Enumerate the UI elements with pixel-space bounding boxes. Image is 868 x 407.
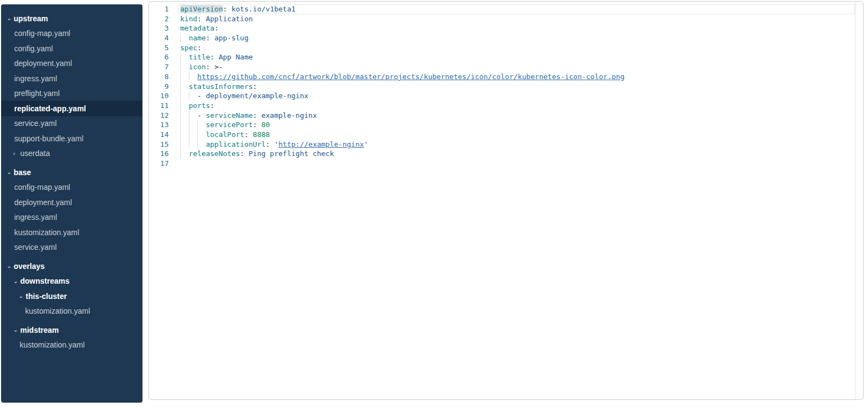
tree-file-deployment-yaml[interactable]: deployment.yaml [1, 56, 142, 71]
code-line[interactable]: 13 servicePort: 80 [149, 120, 855, 130]
tree-file-service-yaml[interactable]: service.yaml [1, 240, 142, 255]
code-link[interactable]: https://github.com/cncf/artwork/blob/mas… [197, 73, 625, 81]
tree-item-label: support-bundle.yaml [14, 134, 84, 143]
code-line-content: kind: Application [180, 14, 855, 24]
tree-file-ingress-yaml[interactable]: ingress.yaml [1, 71, 142, 86]
code-token: releaseNotes [189, 149, 240, 158]
code-line[interactable]: 8 https://github.com/cncf/artwork/blob/m… [149, 72, 855, 82]
tree-file-support-bundle-yaml[interactable]: support-bundle.yaml [1, 131, 142, 146]
tree-folder-upstream[interactable]: ⌄upstream [1, 11, 142, 26]
code-token: ports [189, 101, 210, 110]
line-number: 3 [149, 23, 169, 33]
tree-item-label: this-cluster [26, 292, 67, 301]
tree-folder-downstreams[interactable]: ⌄downstreams [1, 274, 142, 289]
code-token: statusInformers [189, 82, 253, 91]
code-line[interactable]: 14 localPort: 8888 [149, 130, 855, 140]
code-token: >- [215, 63, 223, 71]
tree-item-label: deployment.yaml [14, 59, 72, 68]
tree-file-ingress-yaml[interactable]: ingress.yaml [1, 210, 142, 225]
code-token: ' [364, 140, 368, 148]
code-line[interactable]: 11 ports: [149, 101, 855, 111]
code-line[interactable]: 9 statusInformers: [149, 82, 855, 92]
tree-folder-base[interactable]: ⌄base [1, 165, 142, 180]
tree-item-label: config-map.yaml [14, 183, 70, 191]
tree-folder-overlays[interactable]: ⌄overlays [1, 259, 142, 274]
line-number: 16 [149, 149, 169, 159]
code-line-content: - serviceName: example-nginx [180, 111, 855, 121]
code-editor-panel: 1apiVersion: kots.io/v1beta12kind: Appli… [148, 1, 864, 400]
tree-file-config-map-yaml[interactable]: config-map.yaml [1, 180, 142, 195]
code-token: : [253, 111, 261, 119]
code-token: : [244, 130, 253, 139]
tree-file-service-yaml[interactable]: service.yaml [1, 116, 142, 131]
tree-item-label: config-map.yaml [14, 29, 70, 38]
code-line[interactable]: 10 - deployment/example-nginx [149, 91, 855, 101]
code-line-content: icon: >- [180, 62, 855, 72]
tree-file-replicated-app-yaml[interactable]: replicated-app.yaml [1, 101, 142, 116]
tree-item-label: replicated-app.yaml [14, 104, 86, 113]
code-line[interactable]: 17 [149, 159, 855, 169]
code-link[interactable]: http://example-nginx [278, 140, 364, 148]
chevron-down-icon: ⌄ [13, 278, 20, 285]
tree-file-config-map-yaml[interactable]: config-map.yaml [1, 26, 142, 41]
line-number: 5 [149, 43, 169, 53]
tree-file-preflight-yaml[interactable]: preflight.yaml [1, 86, 142, 101]
tree-item-label: base [14, 168, 31, 177]
code-token [180, 149, 189, 158]
line-number: 9 [149, 82, 169, 92]
tree-file-deployment-yaml[interactable]: deployment.yaml [1, 195, 142, 210]
code-line[interactable]: 7 icon: >- [149, 62, 855, 72]
code-token: Application [206, 15, 253, 23]
code-editor[interactable]: 1apiVersion: kots.io/v1beta12kind: Appli… [149, 4, 855, 169]
chevron-down-icon: ⌄ [7, 169, 14, 176]
tree-folder-userdata[interactable]: ›userdata [1, 146, 142, 161]
code-token: App Name [218, 53, 253, 61]
tree-item-label: midstream [20, 326, 59, 334]
code-line-content: applicationUrl: 'http://example-nginx' [180, 140, 855, 149]
code-line[interactable]: 15 applicationUrl: 'http://example-nginx… [149, 140, 855, 149]
code-token: serviceName [206, 111, 253, 119]
line-number: 17 [149, 159, 169, 169]
chevron-down-icon: ⌄ [7, 262, 14, 270]
code-line-content: https://github.com/cncf/artwork/blob/mas… [180, 72, 855, 82]
tree-file-kustomization-yaml[interactable]: kustomization.yaml [1, 338, 142, 353]
code-token: : [215, 24, 219, 32]
code-line-content: name: app-slug [180, 33, 855, 43]
tree-file-kustomization-yaml[interactable]: kustomization.yaml [1, 304, 142, 319]
tree-file-config-yaml[interactable]: config.yaml [1, 41, 142, 56]
code-line[interactable]: 4 name: app-slug [149, 33, 855, 43]
code-line[interactable]: 6 title: App Name [149, 52, 855, 62]
code-line-content: releaseNotes: Ping preflight check [180, 149, 855, 159]
code-token: : [210, 53, 219, 61]
code-line-content: metadata: [180, 23, 855, 33]
code-token: : [206, 63, 215, 71]
code-token [180, 140, 206, 148]
code-line[interactable]: 3metadata: [149, 23, 855, 33]
code-line[interactable]: 5spec: [149, 43, 855, 53]
tree-item-label: deployment.yaml [14, 198, 72, 207]
line-number: 1 [149, 4, 169, 14]
line-number: 13 [149, 120, 169, 130]
code-line-content: title: App Name [180, 52, 855, 62]
tree-folder-midstream[interactable]: ⌄midstream [1, 322, 142, 338]
tree-item-label: kustomization.yaml [14, 228, 79, 237]
editor-scrollbar-gutter[interactable] [855, 2, 855, 399]
line-number: 8 [149, 72, 169, 82]
code-token [180, 101, 189, 110]
tree-file-kustomization-yaml[interactable]: kustomization.yaml [1, 225, 142, 240]
tree-item-label: service.yaml [14, 243, 57, 252]
code-token [180, 73, 197, 81]
tree-folder-this-cluster[interactable]: ⌄this-cluster [1, 289, 142, 304]
code-token [180, 121, 206, 129]
tree-item-label: downstreams [20, 277, 69, 285]
code-line[interactable]: 2kind: Application [149, 14, 855, 24]
code-token: : [266, 140, 275, 148]
code-line[interactable]: 1apiVersion: kots.io/v1beta1 [149, 4, 855, 14]
code-line[interactable]: 12 - serviceName: example-nginx [149, 111, 855, 121]
code-token [180, 92, 197, 100]
tree-item-label: ingress.yaml [14, 74, 57, 83]
line-number: 12 [149, 111, 169, 121]
code-line[interactable]: 16 releaseNotes: Ping preflight check [149, 149, 855, 159]
code-token: kind [180, 15, 197, 23]
code-token: 8888 [253, 130, 270, 139]
